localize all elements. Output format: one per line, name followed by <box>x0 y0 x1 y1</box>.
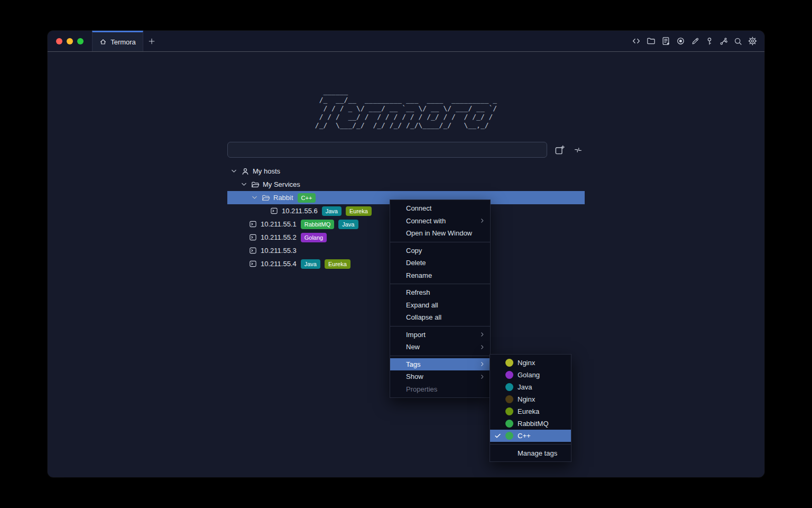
menu-item-label: Show <box>406 373 423 380</box>
menu-item-label: Rename <box>406 271 432 279</box>
log-icon[interactable] <box>661 37 670 46</box>
new-tab-button[interactable] <box>143 31 160 51</box>
menu-item-show[interactable]: Show <box>390 370 490 383</box>
menu-item-delete[interactable]: Delete <box>390 257 490 269</box>
tag-item-nginx[interactable]: Nginx <box>490 357 571 369</box>
tag-color-dot <box>505 383 513 391</box>
search-input[interactable] <box>227 142 547 158</box>
menu-item-rename[interactable]: Rename <box>390 269 490 282</box>
tab-termora[interactable]: Termora <box>92 31 143 51</box>
menu-item-connect[interactable]: Connect <box>390 202 490 215</box>
manage-tags-button[interactable]: Manage tags <box>490 447 571 459</box>
tree-row-my-services[interactable]: My Services <box>227 178 585 191</box>
tag-item-label: Eureka <box>518 407 539 415</box>
tag-color-dot <box>505 407 513 415</box>
tag-badge-eureka: Eureka <box>325 259 350 269</box>
submenu-arrow-icon <box>479 374 485 379</box>
app-window: Termora ______ /_ __/__ _________ ___ __… <box>48 31 764 477</box>
menu-item-tags[interactable]: Tags <box>390 358 490 371</box>
minimize-button[interactable] <box>67 38 73 44</box>
tag-item-eureka[interactable]: Eureka <box>490 405 571 418</box>
user-icon <box>241 167 250 176</box>
tree-row-label: 10.211.55.1 <box>261 220 297 228</box>
menu-item-new[interactable]: New <box>390 341 490 353</box>
menu-divider <box>390 356 490 356</box>
titlebar-actions <box>632 31 764 51</box>
add-host-button[interactable] <box>553 143 566 156</box>
chevron-down-icon[interactable] <box>230 168 237 175</box>
tag-item-label: C++ <box>518 432 531 440</box>
folder-open-icon <box>251 180 260 189</box>
menu-item-label: Open in New Window <box>406 229 472 237</box>
menu-item-refresh[interactable]: Refresh <box>390 286 490 299</box>
home-icon <box>99 38 107 46</box>
menu-divider <box>390 284 490 284</box>
plus-icon <box>147 37 156 46</box>
tag-item-label: Golang <box>518 371 540 379</box>
terminal-icon <box>248 220 257 228</box>
zoom-button[interactable] <box>77 38 84 44</box>
menu-divider <box>390 326 490 326</box>
key-icon[interactable] <box>705 37 714 46</box>
menu-item-copy[interactable]: Copy <box>390 244 490 257</box>
tree-row-label: 10.211.55.3 <box>261 247 297 255</box>
tree-row-label: My Services <box>263 180 300 188</box>
menu-item-properties: Properties <box>390 383 490 396</box>
terminal-icon <box>248 247 257 255</box>
code-icon[interactable] <box>632 37 641 46</box>
menu-item-label: Copy <box>406 247 422 255</box>
search-icon[interactable] <box>734 37 742 46</box>
tag-item-label: Nginx <box>518 395 535 403</box>
tag-item-java[interactable]: Java <box>490 381 571 393</box>
menu-item-connect-with[interactable]: Connect with <box>390 215 490 228</box>
tag-item-label: RabbitMQ <box>518 420 549 428</box>
tree-row-label: 10.211.55.2 <box>261 233 297 241</box>
tree-row-label: Rabbit <box>273 194 293 202</box>
menu-item-open-in-new-window[interactable]: Open in New Window <box>390 227 490 240</box>
tag-item-golang[interactable]: Golang <box>490 369 571 381</box>
tag-item-cpp[interactable]: C++ <box>490 430 571 442</box>
search-row <box>227 142 585 158</box>
tag-item-label: Nginx <box>518 359 535 367</box>
menu-item-label: Connect <box>406 204 431 212</box>
tag-item-rabbitmq[interactable]: RabbitMQ <box>490 418 571 430</box>
terminal-icon <box>248 260 257 268</box>
menu-item-import[interactable]: Import <box>390 329 490 341</box>
chevron-down-icon[interactable] <box>251 194 258 201</box>
menu-divider <box>490 444 571 444</box>
submenu-arrow-icon <box>479 332 485 338</box>
menu-item-label: Tags <box>406 360 420 368</box>
keychain-icon[interactable] <box>719 37 728 46</box>
tree-row-label: 10.211.55.4 <box>261 260 297 268</box>
submenu-arrow-icon <box>479 361 485 367</box>
menu-item-label: Delete <box>406 259 426 267</box>
tag-color-dot <box>505 359 513 367</box>
menu-item-label: Collapse all <box>406 313 441 321</box>
menu-item-expand-all[interactable]: Expand all <box>390 299 490 312</box>
tree-row-label: My hosts <box>253 167 280 175</box>
tag-color-dot <box>505 395 513 403</box>
tag-color-dot <box>505 420 513 428</box>
menu-item-label: Connect with <box>406 217 446 225</box>
tag-color-dot <box>505 432 513 440</box>
chevron-down-icon[interactable] <box>240 181 247 188</box>
edit-icon[interactable] <box>691 37 699 46</box>
tag-item-nginx[interactable]: Nginx <box>490 393 571 405</box>
folder-icon[interactable] <box>647 37 656 46</box>
menu-item-label: Refresh <box>406 288 430 296</box>
tag-item-label: Java <box>518 383 532 391</box>
close-button[interactable] <box>56 38 62 44</box>
tag-badge-java: Java <box>322 206 342 216</box>
menu-item-collapse-all[interactable]: Collapse all <box>390 311 490 324</box>
tree-row-my-hosts[interactable]: My hosts <box>227 165 585 178</box>
submenu-arrow-icon <box>479 344 485 350</box>
ascii-logo: ______ /_ __/__ _________ ___ ____ _____… <box>315 52 497 130</box>
context-menu: ConnectConnect withOpen in New WindowCop… <box>390 199 491 398</box>
collapse-all-button[interactable] <box>571 143 584 156</box>
record-icon[interactable] <box>676 37 685 46</box>
menu-item-label: Properties <box>406 385 437 393</box>
settings-icon[interactable] <box>748 37 757 46</box>
menu-item-label: New <box>406 343 420 351</box>
tag-badge-golang: Golang <box>301 233 327 242</box>
tree-row-label: 10.211.55.6 <box>282 207 318 215</box>
